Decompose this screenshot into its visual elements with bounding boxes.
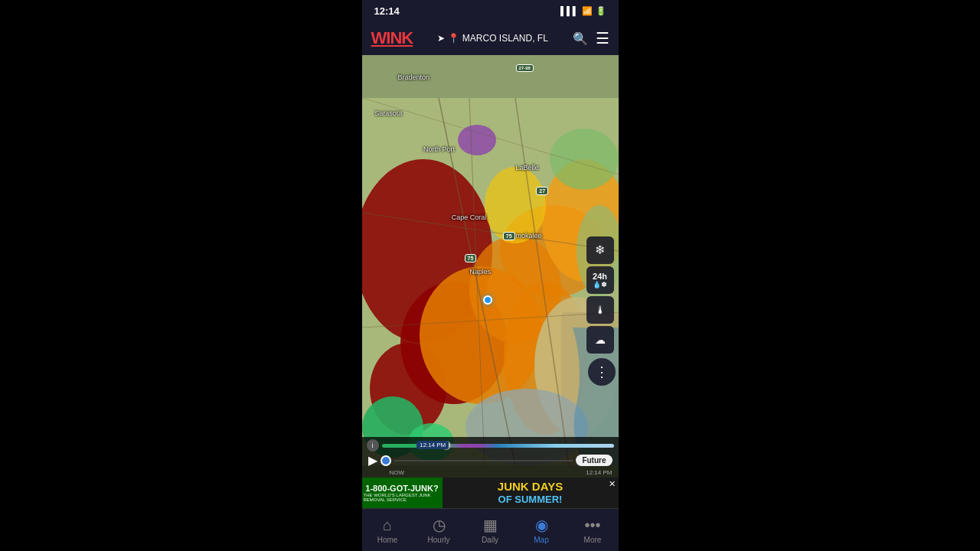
timeline-slider-section: i 12:14 PM [362, 437, 619, 452]
map-label: Map [534, 536, 548, 544]
map-controls: ❄ 24h 💧❄ 🌡 ☁ [586, 236, 614, 354]
playback-position-dot [381, 455, 391, 466]
map-icon: ◉ [535, 516, 548, 534]
city-capecoral: Cape Coral [452, 214, 487, 221]
thermometer-icon: 🌡 [595, 304, 606, 316]
hourly-icon: ◷ [433, 516, 446, 534]
search-icon[interactable]: 🔍 [573, 31, 588, 46]
city-bradenton: Bradenton [397, 73, 430, 81]
nav-daily[interactable]: ▦ Daily [465, 511, 516, 549]
now-label: NOW [390, 469, 405, 476]
ad-logo-section: 1-800-GOT-JUNK? THE WORLD'S LARGEST JUNK… [362, 478, 443, 508]
status-time: 12:14 [374, 5, 400, 17]
highway-75b: 75 [503, 232, 515, 240]
playback-line [394, 460, 573, 461]
daily-label: Daily [482, 536, 498, 544]
pin-icon: 📍 [448, 33, 459, 44]
nav-more[interactable]: ••• More [567, 512, 619, 549]
24h-icon: 💧❄ [593, 281, 607, 289]
highway-75: 75 [465, 254, 477, 262]
menu-icon[interactable]: ☰ [596, 29, 609, 47]
cloud-button[interactable]: ☁ [586, 326, 614, 354]
home-label: Home [377, 536, 398, 544]
location-pin [483, 295, 492, 305]
logo: WINK [371, 28, 413, 48]
city-naples: Naples [469, 268, 491, 276]
bottom-navigation: ⌂ Home ◷ Hourly ▦ Daily ◉ Map ••• More [362, 508, 619, 551]
highway-2798: 27-98 [516, 64, 534, 72]
status-icons: ▌▌▌ 📶 🔋 [560, 6, 606, 16]
playback-labels: NOW 12:14 PM [362, 469, 619, 478]
ad-message-section[interactable]: JUNK DAYS OF SUMMER! ✕ [443, 478, 619, 508]
24h-label: 24h [593, 272, 607, 281]
ad-tagline: THE WORLD'S LARGEST JUNK REMOVAL SERVICE [364, 493, 441, 502]
playback-controls: ▶ Future [362, 452, 619, 469]
wifi-icon: 📶 [582, 6, 593, 16]
ad-sub-text: OF SUMMER! [498, 494, 563, 505]
city-northport: North Port [423, 145, 455, 153]
signal-icon: ▌▌▌ [560, 6, 578, 15]
city-sarasota: Sarasota [374, 109, 402, 117]
more-nav-icon: ••• [584, 517, 600, 534]
location-text: MARCO ISLAND, FL [462, 33, 548, 44]
hourly-label: Hourly [428, 536, 450, 544]
battery-icon: 🔋 [596, 6, 606, 16]
daily-icon: ▦ [483, 516, 498, 534]
info-icon[interactable]: i [367, 439, 379, 452]
more-options-button[interactable]: ⋮ [588, 358, 616, 386]
svg-point-15 [458, 125, 496, 155]
more-label: More [584, 536, 602, 544]
radar-map[interactable]: Bradenton Sarasota North Port LaBelle Ca… [362, 55, 619, 508]
more-icon: ⋮ [595, 364, 609, 380]
status-bar: 12:14 ▌▌▌ 📶 🔋 [362, 0, 619, 21]
future-time-label: 12:14 PM [586, 469, 612, 476]
ad-close-button[interactable]: ✕ [609, 479, 616, 489]
24h-button[interactable]: 24h 💧❄ [586, 266, 614, 294]
highway-27: 27 [536, 187, 548, 195]
ad-main-text: JUNK DAYS [498, 481, 563, 494]
temperature-button[interactable]: 🌡 [586, 296, 614, 324]
time-bubble: 12:14 PM [416, 441, 449, 449]
slider-track: 12:14 PM [382, 444, 614, 448]
layers-button[interactable]: ❄ [586, 236, 614, 264]
ad-phone-number: 1-800-GOT-JUNK? [365, 484, 438, 493]
play-icon: ▶ [368, 454, 377, 467]
cloud-icon: ☁ [595, 334, 606, 346]
city-labelle: LaBelle [516, 164, 539, 171]
header-actions: 🔍 ☰ [573, 29, 609, 47]
timeline-slider[interactable]: 12:14 PM [382, 439, 614, 452]
nav-map[interactable]: ◉ Map [516, 511, 567, 549]
location-display[interactable]: ➤ 📍 MARCO ISLAND, FL [437, 33, 548, 44]
future-button[interactable]: Future [576, 455, 612, 466]
advertisement-banner: 1-800-GOT-JUNK? THE WORLD'S LARGEST JUNK… [362, 478, 619, 508]
svg-point-16 [550, 129, 619, 190]
layers-icon: ❄ [595, 243, 605, 257]
home-icon: ⌂ [383, 517, 392, 534]
nav-hourly[interactable]: ◷ Hourly [413, 511, 465, 549]
nav-home[interactable]: ⌂ Home [362, 512, 413, 549]
play-button[interactable]: ▶ [368, 453, 377, 468]
playback-container: i 12:14 PM ▶ Future [362, 437, 619, 478]
navigation-icon: ➤ [437, 33, 445, 44]
phone-frame: 12:14 ▌▌▌ 📶 🔋 WINK ➤ 📍 MARCO ISLAND, FL … [362, 0, 619, 551]
app-header: WINK ➤ 📍 MARCO ISLAND, FL 🔍 ☰ [362, 21, 619, 55]
